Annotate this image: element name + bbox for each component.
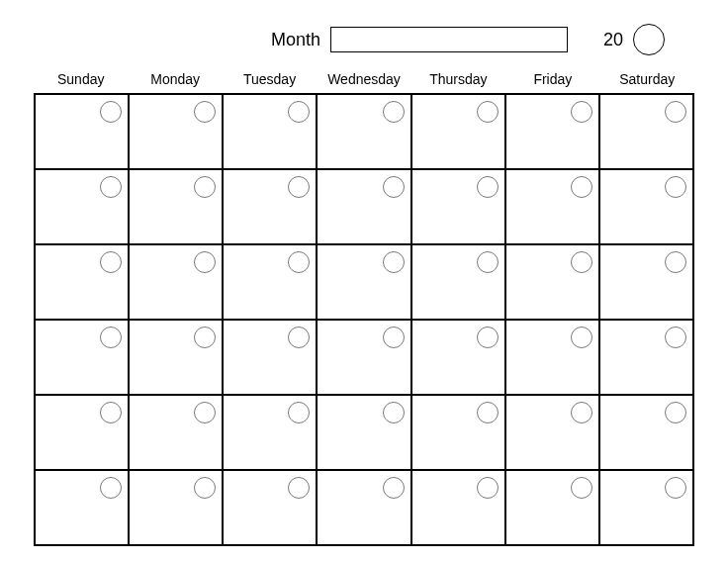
date-circle[interactable] xyxy=(100,101,122,123)
date-circle[interactable] xyxy=(571,101,592,123)
calendar-cell[interactable] xyxy=(129,169,223,244)
calendar-cell[interactable] xyxy=(129,94,223,169)
calendar-cell[interactable] xyxy=(35,94,129,169)
date-circle[interactable] xyxy=(665,176,686,198)
calendar-cell[interactable] xyxy=(411,94,505,169)
date-circle[interactable] xyxy=(100,477,122,499)
calendar-cell[interactable] xyxy=(599,94,693,169)
date-circle[interactable] xyxy=(194,101,216,123)
date-circle[interactable] xyxy=(194,251,216,273)
calendar-cell[interactable] xyxy=(411,470,505,545)
date-circle[interactable] xyxy=(194,402,216,423)
date-circle[interactable] xyxy=(665,251,686,273)
calendar-cell[interactable] xyxy=(505,320,599,395)
date-circle[interactable] xyxy=(100,251,122,273)
calendar-cell[interactable] xyxy=(129,244,223,320)
day-label-friday: Friday xyxy=(505,69,599,89)
date-circle[interactable] xyxy=(571,327,592,348)
date-circle[interactable] xyxy=(288,477,310,499)
calendar-cell[interactable] xyxy=(35,169,129,244)
calendar-cell[interactable] xyxy=(317,395,410,470)
calendar-cell[interactable] xyxy=(411,320,505,395)
calendar-cell[interactable] xyxy=(599,169,693,244)
date-circle[interactable] xyxy=(383,402,405,423)
date-circle[interactable] xyxy=(477,176,499,198)
day-label-monday: Monday xyxy=(128,69,222,89)
year-prefix: 20 xyxy=(603,30,623,50)
calendar-cell[interactable] xyxy=(317,320,410,395)
calendar-cell[interactable] xyxy=(317,169,410,244)
date-circle[interactable] xyxy=(100,327,122,348)
date-circle[interactable] xyxy=(665,101,686,123)
calendar-cell[interactable] xyxy=(223,395,317,470)
calendar-cell[interactable] xyxy=(223,244,317,320)
calendar-cell[interactable] xyxy=(505,94,599,169)
calendar-cell[interactable] xyxy=(223,94,317,169)
day-label-saturday: Saturday xyxy=(600,69,694,89)
calendar-grid xyxy=(34,93,694,546)
calendar-cell[interactable] xyxy=(599,244,693,320)
date-circle[interactable] xyxy=(477,402,499,423)
date-circle[interactable] xyxy=(288,251,310,273)
calendar-cell[interactable] xyxy=(35,320,129,395)
calendar-cell[interactable] xyxy=(317,470,410,545)
month-input[interactable] xyxy=(330,27,568,52)
calendar-cell[interactable] xyxy=(317,244,410,320)
date-circle[interactable] xyxy=(194,327,216,348)
date-circle[interactable] xyxy=(571,251,592,273)
calendar-cell[interactable] xyxy=(505,395,599,470)
date-circle[interactable] xyxy=(571,176,592,198)
month-label: Month xyxy=(271,30,320,50)
calendar-cell[interactable] xyxy=(35,470,129,545)
date-circle[interactable] xyxy=(383,176,405,198)
date-circle[interactable] xyxy=(665,477,686,499)
calendar-cell[interactable] xyxy=(223,470,317,545)
calendar-cell[interactable] xyxy=(505,169,599,244)
date-circle[interactable] xyxy=(383,327,405,348)
date-circle[interactable] xyxy=(383,101,405,123)
calendar-cell[interactable] xyxy=(505,244,599,320)
calendar-cell[interactable] xyxy=(223,169,317,244)
day-label-tuesday: Tuesday xyxy=(223,69,317,89)
days-header-row: Sunday Monday Tuesday Wednesday Thursday… xyxy=(34,69,694,89)
date-circle[interactable] xyxy=(477,477,499,499)
day-label-wednesday: Wednesday xyxy=(317,69,410,89)
calendar-cell[interactable] xyxy=(35,395,129,470)
date-circle[interactable] xyxy=(100,402,122,423)
date-circle[interactable] xyxy=(288,101,310,123)
date-circle[interactable] xyxy=(288,327,310,348)
calendar-cell[interactable] xyxy=(599,320,693,395)
date-circle[interactable] xyxy=(477,251,499,273)
date-circle[interactable] xyxy=(383,251,405,273)
date-circle[interactable] xyxy=(288,176,310,198)
day-label-thursday: Thursday xyxy=(411,69,505,89)
date-circle[interactable] xyxy=(100,176,122,198)
calendar-cell[interactable] xyxy=(129,395,223,470)
calendar-cell[interactable] xyxy=(411,395,505,470)
calendar-cell[interactable] xyxy=(129,320,223,395)
calendar-cell[interactable] xyxy=(599,395,693,470)
calendar-cell[interactable] xyxy=(411,169,505,244)
year-input-circle[interactable] xyxy=(633,24,665,55)
calendar-cell[interactable] xyxy=(505,470,599,545)
date-circle[interactable] xyxy=(571,477,592,499)
date-circle[interactable] xyxy=(665,402,686,423)
calendar-cell[interactable] xyxy=(35,244,129,320)
date-circle[interactable] xyxy=(194,477,216,499)
date-circle[interactable] xyxy=(571,402,592,423)
date-circle[interactable] xyxy=(288,402,310,423)
date-circle[interactable] xyxy=(665,327,686,348)
calendar-header: Month 20 xyxy=(34,24,694,55)
date-circle[interactable] xyxy=(477,101,499,123)
calendar-cell[interactable] xyxy=(223,320,317,395)
date-circle[interactable] xyxy=(194,176,216,198)
calendar-cell[interactable] xyxy=(317,94,410,169)
date-circle[interactable] xyxy=(383,477,405,499)
calendar-cell[interactable] xyxy=(411,244,505,320)
day-label-sunday: Sunday xyxy=(34,69,128,89)
calendar-cell[interactable] xyxy=(599,470,693,545)
date-circle[interactable] xyxy=(477,327,499,348)
calendar-cell[interactable] xyxy=(129,470,223,545)
